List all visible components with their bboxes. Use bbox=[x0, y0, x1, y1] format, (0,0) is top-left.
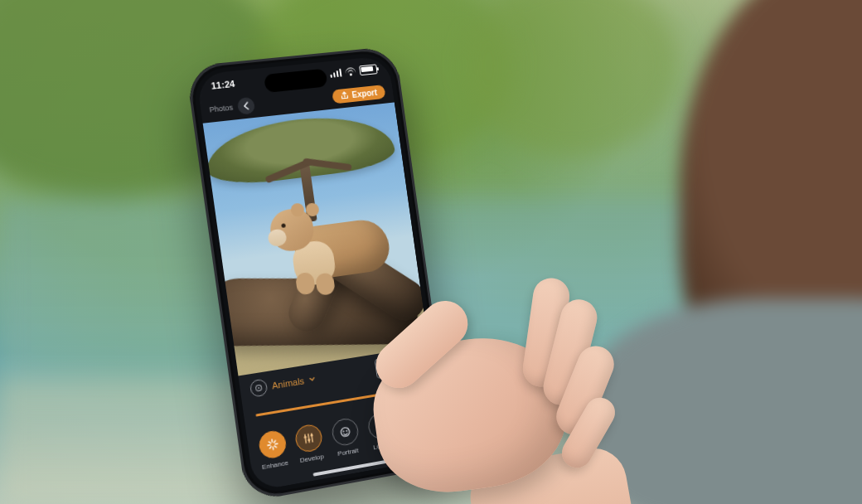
status-time: 11:24 bbox=[211, 79, 235, 91]
svg-point-9 bbox=[346, 429, 347, 431]
svg-point-5 bbox=[308, 438, 311, 441]
back-button[interactable] bbox=[237, 97, 256, 115]
tab-label: Develop bbox=[299, 453, 324, 464]
preset-icon bbox=[249, 378, 269, 397]
svg-point-6 bbox=[311, 434, 314, 437]
sparkle-icon bbox=[257, 429, 287, 460]
battery-icon bbox=[359, 64, 378, 75]
export-button[interactable]: Export bbox=[332, 85, 385, 104]
sliders-icon bbox=[294, 423, 324, 453]
svg-point-8 bbox=[342, 430, 344, 432]
svg-point-4 bbox=[304, 435, 308, 439]
scene-photo: 11:24 Photos bbox=[0, 0, 862, 504]
tab-label: Enhance bbox=[262, 458, 289, 471]
chevron-left-icon bbox=[242, 101, 249, 110]
wifi-icon bbox=[345, 67, 356, 76]
tab-develop[interactable]: Develop bbox=[294, 423, 326, 464]
preset-selector[interactable]: Animals bbox=[249, 371, 317, 398]
svg-point-0 bbox=[255, 385, 262, 391]
chevron-down-icon bbox=[308, 376, 316, 383]
export-label: Export bbox=[351, 88, 378, 99]
tab-label: Portrait bbox=[337, 446, 359, 457]
face-icon bbox=[331, 416, 361, 447]
svg-point-7 bbox=[341, 427, 351, 437]
svg-point-1 bbox=[258, 387, 259, 389]
tab-enhance[interactable]: Enhance bbox=[257, 429, 288, 471]
hand-holding-phone bbox=[366, 207, 640, 504]
tab-portrait[interactable]: Portrait bbox=[331, 416, 361, 458]
cellular-icon bbox=[329, 69, 341, 78]
share-icon bbox=[340, 91, 349, 100]
back-context-label: Photos bbox=[209, 103, 234, 114]
preset-label: Animals bbox=[271, 376, 304, 390]
